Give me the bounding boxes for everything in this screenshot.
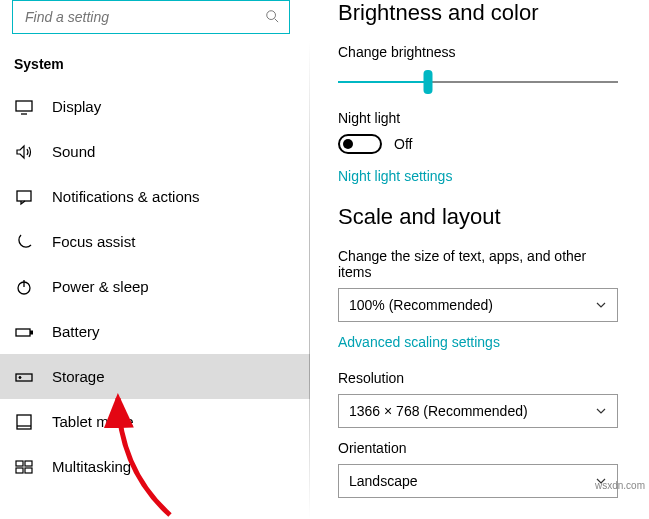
svg-point-0 bbox=[267, 10, 276, 19]
advanced-scaling-link[interactable]: Advanced scaling settings bbox=[338, 334, 500, 350]
sidebar-item-battery[interactable]: Battery bbox=[0, 309, 310, 354]
search-box[interactable] bbox=[12, 0, 290, 34]
svg-rect-15 bbox=[16, 468, 23, 473]
night-light-state: Off bbox=[394, 136, 412, 152]
main-content: Brightness and color Change brightness N… bbox=[310, 0, 649, 519]
brightness-slider[interactable] bbox=[338, 68, 618, 96]
resolution-dropdown[interactable]: 1366 × 768 (Recommended) bbox=[338, 394, 618, 428]
scale-label: Change the size of text, apps, and other… bbox=[338, 248, 619, 280]
chevron-down-icon bbox=[595, 405, 607, 417]
settings-sidebar: System Display Sound Notifications & act… bbox=[0, 0, 310, 519]
sidebar-item-power-sleep[interactable]: Power & sleep bbox=[0, 264, 310, 309]
search-input[interactable] bbox=[23, 8, 265, 26]
sidebar-item-label: Battery bbox=[52, 323, 100, 340]
slider-thumb[interactable] bbox=[423, 70, 432, 94]
svg-rect-7 bbox=[16, 329, 30, 336]
sidebar-item-label: Notifications & actions bbox=[52, 188, 200, 205]
sidebar-item-storage[interactable]: Storage bbox=[0, 354, 310, 399]
tablet-mode-icon bbox=[14, 412, 34, 432]
orientation-value: Landscape bbox=[349, 473, 418, 489]
sidebar-item-label: Storage bbox=[52, 368, 105, 385]
scale-value: 100% (Recommended) bbox=[349, 297, 493, 313]
sound-icon bbox=[14, 142, 34, 162]
svg-rect-14 bbox=[25, 461, 32, 466]
svg-point-10 bbox=[19, 376, 21, 378]
sidebar-item-multitasking[interactable]: Multitasking bbox=[0, 444, 310, 489]
section-brightness-title: Brightness and color bbox=[338, 0, 619, 26]
svg-rect-11 bbox=[17, 415, 31, 429]
focus-assist-icon bbox=[14, 232, 34, 252]
svg-rect-9 bbox=[16, 374, 32, 381]
svg-rect-13 bbox=[16, 461, 23, 466]
svg-line-1 bbox=[275, 18, 279, 22]
sidebar-item-display[interactable]: Display bbox=[0, 84, 310, 129]
sidebar-item-tablet-mode[interactable]: Tablet mode bbox=[0, 399, 310, 444]
display-icon bbox=[14, 97, 34, 117]
notifications-icon bbox=[14, 187, 34, 207]
sidebar-item-label: Focus assist bbox=[52, 233, 135, 250]
chevron-down-icon bbox=[595, 299, 607, 311]
svg-rect-4 bbox=[17, 191, 31, 201]
battery-icon bbox=[14, 322, 34, 342]
sidebar-item-focus-assist[interactable]: Focus assist bbox=[0, 219, 310, 264]
night-light-label: Night light bbox=[338, 110, 619, 126]
sidebar-item-label: Power & sleep bbox=[52, 278, 149, 295]
svg-rect-2 bbox=[16, 101, 32, 111]
sidebar-item-label: Display bbox=[52, 98, 101, 115]
resolution-value: 1366 × 768 (Recommended) bbox=[349, 403, 528, 419]
svg-rect-16 bbox=[25, 468, 32, 473]
sidebar-item-sound[interactable]: Sound bbox=[0, 129, 310, 174]
night-light-settings-link[interactable]: Night light settings bbox=[338, 168, 452, 184]
multitasking-icon bbox=[14, 457, 34, 477]
brightness-label: Change brightness bbox=[338, 44, 619, 60]
section-scale-title: Scale and layout bbox=[338, 204, 619, 230]
power-sleep-icon bbox=[14, 277, 34, 297]
svg-rect-8 bbox=[31, 331, 33, 334]
sidebar-category-header: System bbox=[0, 44, 310, 84]
sidebar-item-label: Tablet mode bbox=[52, 413, 134, 430]
storage-icon bbox=[14, 367, 34, 387]
watermark: wsxdn.com bbox=[595, 480, 645, 491]
scale-dropdown[interactable]: 100% (Recommended) bbox=[338, 288, 618, 322]
sidebar-item-label: Sound bbox=[52, 143, 95, 160]
orientation-label: Orientation bbox=[338, 440, 619, 456]
orientation-dropdown[interactable]: Landscape bbox=[338, 464, 618, 498]
toggle-knob bbox=[343, 139, 353, 149]
resolution-label: Resolution bbox=[338, 370, 619, 386]
night-light-toggle[interactable] bbox=[338, 134, 382, 154]
sidebar-item-notifications[interactable]: Notifications & actions bbox=[0, 174, 310, 219]
search-icon bbox=[265, 9, 279, 26]
slider-fill bbox=[338, 81, 428, 83]
sidebar-item-label: Multitasking bbox=[52, 458, 131, 475]
